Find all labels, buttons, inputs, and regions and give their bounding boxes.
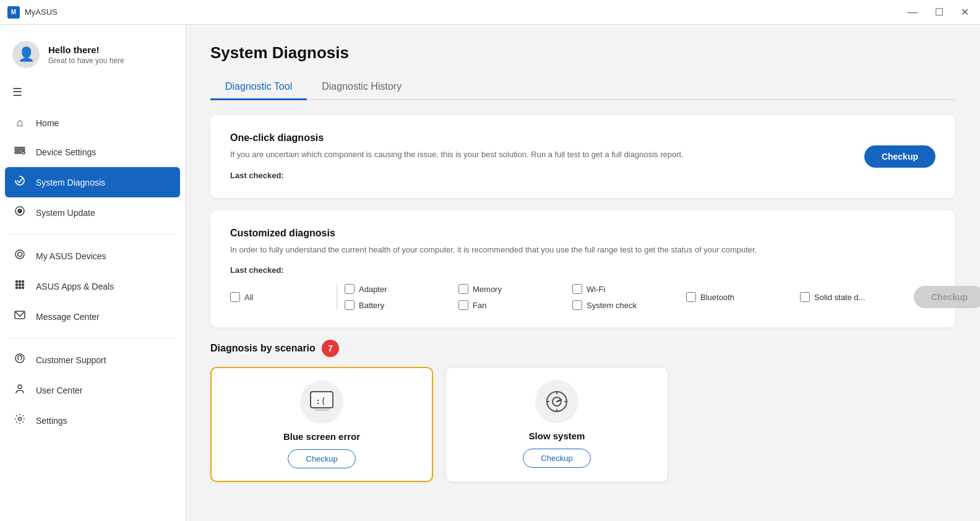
- customized-checkup-button[interactable]: Checkup: [914, 286, 980, 308]
- sidebar-item-settings[interactable]: Settings: [0, 405, 185, 436]
- one-click-info: One-click diagnosis If you are uncertain…: [230, 132, 684, 181]
- checkbox-bluetooth-input[interactable]: [686, 292, 696, 302]
- sidebar-item-device-settings-label: Device Settings: [36, 147, 96, 157]
- sidebar-item-my-asus-devices[interactable]: My ASUS Devices: [0, 241, 185, 271]
- sidebar-greeting-sub: Great to have you here: [48, 56, 124, 65]
- minimize-button[interactable]: —: [904, 5, 921, 19]
- window-controls: — ☐ ✕: [904, 5, 973, 19]
- checkbox-fan-label: Fan: [473, 301, 486, 310]
- sidebar-greeting-name: Hello there!: [48, 45, 124, 55]
- checkbox-wifi[interactable]: Wi-Fi: [572, 284, 671, 294]
- svg-point-9: [19, 281, 21, 283]
- tab-diagnostic-history[interactable]: Diagnostic History: [307, 75, 416, 100]
- checkbox-adapter[interactable]: Adapter: [345, 284, 444, 294]
- avatar-icon: 👤: [18, 46, 35, 62]
- one-click-diagnosis-card: One-click diagnosis If you are uncertain…: [210, 115, 955, 198]
- slow-system-icon-circle: [535, 380, 578, 423]
- message-center-icon: [12, 309, 27, 324]
- checkbox-ssd[interactable]: Solid state d...: [800, 292, 899, 302]
- checkbox-memory[interactable]: Memory: [458, 284, 557, 294]
- scenario-card-blue-screen: :( Blue screen error Checkup: [210, 367, 433, 482]
- maximize-button[interactable]: ☐: [931, 5, 947, 19]
- svg-rect-22: [314, 409, 329, 411]
- device-settings-icon: [12, 144, 27, 160]
- checkbox-battery[interactable]: Battery: [345, 300, 444, 310]
- customized-desc: In order to fully understand the current…: [230, 244, 935, 256]
- app-body: 👤 Hello there! Great to have you here ☰ …: [0, 25, 980, 521]
- customized-diagnosis-card: Customized diagnosis In order to fully u…: [210, 210, 955, 328]
- app-title: MyASUS: [25, 7, 904, 17]
- system-update-icon: [12, 205, 27, 220]
- sidebar-greeting: Hello there! Great to have you here: [48, 45, 124, 65]
- one-click-title: One-click diagnosis: [230, 132, 684, 144]
- checkbox-battery-label: Battery: [359, 301, 384, 310]
- one-click-last-checked: Last checked:: [230, 171, 284, 180]
- sidebar-divider-2: [10, 338, 175, 338]
- sidebar-user: 👤 Hello there! Great to have you here: [0, 35, 185, 80]
- checkbox-all-input[interactable]: [230, 292, 240, 302]
- checkbox-all[interactable]: All: [230, 292, 329, 302]
- scenario-blue-screen-checkup-button[interactable]: Checkup: [288, 449, 355, 468]
- sidebar-item-customer-support[interactable]: Customer Support: [0, 345, 185, 375]
- sidebar-nav: ⌂ Home Device Settings: [0, 109, 185, 511]
- page-title: System Diagnosis: [210, 43, 955, 62]
- sidebar-item-system-update[interactable]: System Update: [0, 197, 185, 228]
- sidebar-item-my-asus-devices-label: My ASUS Devices: [36, 251, 106, 261]
- sidebar: 👤 Hello there! Great to have you here ☰ …: [0, 25, 186, 521]
- customized-title: Customized diagnosis: [230, 228, 935, 239]
- main-content: System Diagnosis Diagnostic Tool Diagnos…: [186, 25, 980, 521]
- svg-point-8: [16, 281, 18, 283]
- sidebar-item-customer-support-label: Customer Support: [36, 355, 106, 365]
- svg-rect-0: [15, 147, 25, 149]
- svg-text::(: :(: [316, 396, 326, 406]
- svg-point-14: [16, 287, 18, 289]
- checkbox-system-check-input[interactable]: [572, 300, 582, 310]
- sidebar-item-settings-label: Settings: [36, 416, 67, 426]
- checkbox-adapter-input[interactable]: [345, 284, 355, 294]
- scenario-slow-system-checkup-button[interactable]: Checkup: [523, 449, 590, 468]
- customer-support-icon: [12, 352, 27, 368]
- svg-point-11: [16, 284, 18, 286]
- home-icon: ⌂: [12, 116, 27, 129]
- my-asus-devices-icon: [12, 248, 27, 264]
- sidebar-item-asus-apps-deals-label: ASUS Apps & Deals: [36, 282, 114, 291]
- sidebar-item-user-center[interactable]: User Center: [0, 375, 185, 405]
- checkbox-fan[interactable]: Fan: [458, 300, 557, 310]
- blue-screen-icon-circle: :(: [300, 381, 343, 424]
- checkbox-ssd-input[interactable]: [800, 292, 810, 302]
- checkbox-bluetooth[interactable]: Bluetooth: [686, 292, 785, 302]
- sidebar-menu-button[interactable]: ☰: [0, 80, 185, 104]
- checkbox-divider: [337, 285, 337, 309]
- sidebar-item-message-center[interactable]: Message Center: [0, 301, 185, 332]
- system-diagnosis-icon: [12, 174, 27, 190]
- checkbox-battery-input[interactable]: [345, 300, 355, 310]
- svg-point-20: [19, 418, 22, 421]
- checkbox-memory-input[interactable]: [458, 284, 468, 294]
- scenario-badge: 7: [322, 340, 339, 357]
- sidebar-item-device-settings[interactable]: Device Settings: [0, 137, 185, 167]
- tab-diagnostic-tool[interactable]: Diagnostic Tool: [210, 75, 307, 100]
- scenario-card-slow-system: Slow system Checkup: [445, 367, 668, 482]
- checkbox-ssd-label: Solid state d...: [814, 293, 865, 302]
- svg-point-12: [19, 284, 21, 286]
- sidebar-item-user-center-label: User Center: [36, 385, 82, 395]
- svg-point-19: [18, 385, 22, 389]
- sidebar-item-home-label: Home: [36, 118, 59, 128]
- checkbox-system-check[interactable]: System check: [572, 300, 671, 310]
- checkbox-wifi-input[interactable]: [572, 284, 582, 294]
- scenario-slow-system-name: Slow system: [529, 431, 585, 441]
- sidebar-item-system-diagnosis[interactable]: System Diagnosis: [5, 167, 180, 197]
- svg-point-13: [22, 284, 24, 286]
- user-center-icon: [12, 382, 27, 398]
- one-click-checkup-button[interactable]: Checkup: [864, 145, 935, 168]
- sidebar-divider-1: [10, 234, 175, 235]
- close-button[interactable]: ✕: [957, 5, 973, 19]
- avatar: 👤: [12, 41, 40, 68]
- sidebar-item-home[interactable]: ⌂ Home: [0, 109, 185, 137]
- scenario-blue-screen-name: Blue screen error: [283, 431, 360, 442]
- checkbox-fan-input[interactable]: [458, 300, 468, 310]
- svg-point-6: [15, 250, 24, 259]
- checkbox-col-2: Memory Fan: [458, 284, 557, 310]
- sidebar-item-asus-apps-deals[interactable]: ASUS Apps & Deals: [0, 271, 185, 301]
- svg-point-7: [18, 252, 22, 257]
